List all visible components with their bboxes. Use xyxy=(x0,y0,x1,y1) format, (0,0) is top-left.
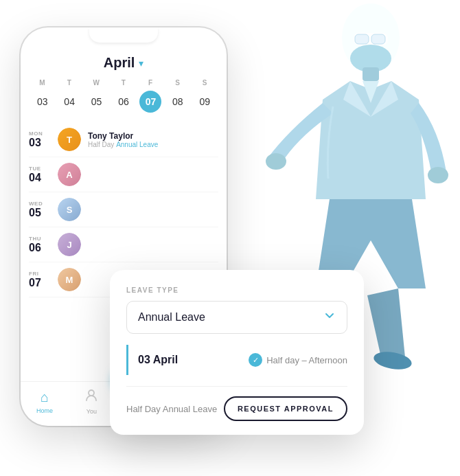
weekday-s1: S xyxy=(164,79,191,87)
entry-mon-03: MON 03 T Tony Taylor Half Day Annual Lea… xyxy=(29,122,218,157)
svg-point-7 xyxy=(428,167,448,183)
entry-wed-05: WED 05 S xyxy=(29,192,218,227)
leave-type-value: Annual Leave xyxy=(138,311,205,324)
date-04[interactable]: 04 xyxy=(56,91,82,113)
weekday-w: W xyxy=(83,79,110,87)
entry-date-wed: WED 05 xyxy=(29,201,51,219)
entry-date-tue: TUE 04 xyxy=(29,166,51,184)
date-08[interactable]: 08 xyxy=(164,91,191,113)
svg-point-9 xyxy=(372,349,413,372)
leave-date: 03 April xyxy=(138,354,178,366)
leave-type-label: LEAVE TYPE xyxy=(126,286,347,294)
svg-point-10 xyxy=(89,390,94,396)
date-detail-section: 03 April ✓ Half day – Afternoon xyxy=(126,345,347,375)
svg-point-6 xyxy=(266,153,286,170)
check-icon: ✓ xyxy=(249,353,262,367)
month-title: April xyxy=(104,55,135,71)
weekday-m: M xyxy=(29,79,56,87)
phone-notch xyxy=(89,27,158,43)
week-dates-row: 03 04 05 06 07 08 09 xyxy=(21,91,227,113)
entry-date-thu: THU 06 xyxy=(29,236,51,254)
svg-rect-3 xyxy=(371,34,385,44)
leave-type-dropdown[interactable]: Annual Leave xyxy=(126,301,347,334)
nav-home-label: Home xyxy=(36,407,53,414)
entry-tue-04: TUE 04 A xyxy=(29,157,218,192)
leave-period: ✓ Half day – Afternoon xyxy=(249,353,347,367)
svg-rect-5 xyxy=(363,67,379,81)
avatar-thu: J xyxy=(58,233,81,256)
week-days-header: M T W T F S S xyxy=(21,79,227,87)
entry-thu-06: THU 06 J xyxy=(29,227,218,262)
nav-you[interactable]: You xyxy=(84,389,98,415)
request-approval-button[interactable]: REQUEST APPROVAL xyxy=(224,396,347,421)
avatar-tue: A xyxy=(58,163,81,186)
avatar-wed: S xyxy=(58,198,81,221)
weekday-t2: T xyxy=(110,79,137,87)
month-chevron-icon: ▾ xyxy=(139,58,143,69)
leave-request-modal: LEAVE TYPE Annual Leave 03 April ✓ Half … xyxy=(110,270,364,435)
weekday-s2: S xyxy=(192,79,218,87)
weekday-t1: T xyxy=(56,79,82,87)
period-label: Half day – Afternoon xyxy=(266,355,347,365)
nav-you-label: You xyxy=(87,408,97,415)
svg-rect-2 xyxy=(355,34,369,44)
avatar-fri: M xyxy=(58,268,81,291)
nav-home[interactable]: ⌂ Home xyxy=(36,389,53,414)
person-icon xyxy=(84,389,98,406)
date-06[interactable]: 06 xyxy=(110,91,137,113)
leave-summary-text: Half Day Annual Leave xyxy=(126,404,217,414)
date-03[interactable]: 03 xyxy=(29,91,56,113)
month-header[interactable]: April ▾ xyxy=(21,48,227,79)
entry-info-tony: Tony Taylor Half Day Annual Leave xyxy=(88,131,218,148)
entry-date-mon: MON 03 xyxy=(29,131,51,149)
entry-date-fri: FRI 07 xyxy=(29,271,51,289)
date-09[interactable]: 09 xyxy=(192,91,218,113)
weekday-f: F xyxy=(137,79,164,87)
date-07-active[interactable]: 07 xyxy=(139,91,161,113)
date-05[interactable]: 05 xyxy=(83,91,110,113)
home-icon: ⌂ xyxy=(41,389,49,405)
modal-footer: Half Day Annual Leave REQUEST APPROVAL xyxy=(126,386,347,421)
dropdown-chevron-icon xyxy=(323,310,336,325)
avatar-tony: T xyxy=(58,128,81,151)
